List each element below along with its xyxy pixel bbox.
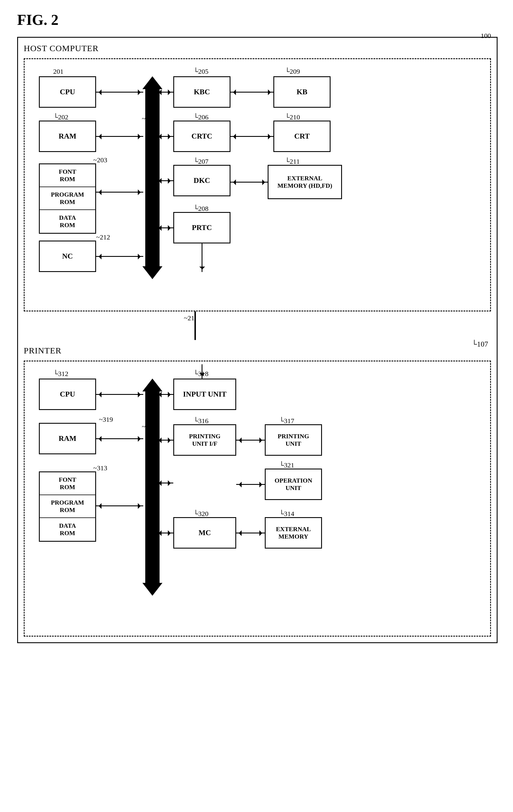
ram-bus-arrow bbox=[96, 136, 143, 137]
extmem-ref-printer: └314 bbox=[279, 510, 294, 518]
mc-block: MC bbox=[173, 517, 236, 549]
prtc-ref-host: └208 bbox=[193, 205, 209, 212]
mc-extmem-arrow bbox=[236, 532, 265, 533]
printer-diagram: └312 CPU ~319 RAM ~313 FONTROM PROGRAMRO… bbox=[30, 370, 484, 627]
cpu-block-host: CPU bbox=[39, 76, 96, 108]
nc-ref-host: ~212 bbox=[96, 233, 110, 241]
bus-printing-arrow bbox=[156, 440, 173, 441]
cpu-ref-printer: └312 bbox=[53, 370, 68, 378]
font-rom-printer: FONTROM bbox=[40, 472, 95, 495]
rom-bus-line bbox=[96, 192, 143, 193]
kbc-kb-arrow bbox=[231, 92, 273, 93]
page-wrapper: FIG. 2 100 HOST COMPUTER 201 CPU └202 RA… bbox=[17, 11, 496, 643]
dkc-ref-host: └207 bbox=[193, 158, 209, 166]
printing-if-unit-arrow bbox=[236, 440, 265, 441]
ram-ref-printer: ~319 bbox=[99, 416, 113, 424]
crt-ref-host: └210 bbox=[285, 113, 300, 121]
bus-input-arrow bbox=[156, 394, 173, 395]
ram-ref-host: └202 bbox=[53, 113, 68, 121]
host-diagram: 201 CPU └202 RAM ~203 FONTROM PROGRAMROM bbox=[30, 68, 484, 302]
bus-arrow-head-down bbox=[142, 266, 162, 279]
crtc-crt-arrow bbox=[231, 136, 273, 137]
bus-prtc-arrow bbox=[156, 227, 173, 228]
rom-stack-host: FONTROM PROGRAMROM DATAROM bbox=[39, 164, 96, 234]
cpu-ref-host: 201 bbox=[53, 68, 63, 76]
op-unit-block: OPERATION UNIT bbox=[265, 469, 322, 500]
crt-block-host: CRT bbox=[273, 121, 330, 152]
op-unit-ref: └321 bbox=[279, 461, 294, 469]
host-label: HOST COMPUTER bbox=[24, 44, 491, 53]
host-dashed-box: 201 CPU └202 RAM ~203 FONTROM PROGRAMROM bbox=[24, 58, 491, 312]
nc-block-host: NC bbox=[39, 240, 96, 272]
ram-bus-arrow-printer bbox=[96, 438, 143, 439]
host-section: HOST COMPUTER 201 CPU └202 RAM ~203 bbox=[24, 44, 491, 312]
bus-arrow-printer bbox=[142, 379, 162, 596]
crtc-ref-host: └206 bbox=[193, 113, 209, 121]
cpu-block-printer: CPU bbox=[39, 379, 96, 410]
rom-bus-line-printer bbox=[96, 505, 143, 506]
dkc-extmem-arrow bbox=[231, 182, 268, 182]
figure-title: FIG. 2 bbox=[17, 11, 496, 28]
bus-arrow-head-up bbox=[142, 76, 162, 89]
bus-crtc-arrow bbox=[156, 136, 173, 137]
bus-arrow-head-down-printer bbox=[142, 583, 162, 596]
bus-kbc-arrow bbox=[156, 92, 173, 93]
input-unit-block: INPUT UNIT bbox=[173, 379, 236, 410]
extmem-block-printer: EXTERNAL MEMORY bbox=[265, 517, 322, 549]
outer-container: 100 HOST COMPUTER 201 CPU └202 RAM bbox=[17, 37, 497, 643]
kb-ref-host: └209 bbox=[285, 68, 300, 76]
connection-ref: ~21 bbox=[184, 314, 194, 322]
mc-ref: └320 bbox=[193, 510, 209, 518]
connection-area: ~21 bbox=[24, 312, 491, 340]
connection-line bbox=[194, 312, 196, 340]
crtc-block-host: CRTC bbox=[173, 121, 231, 152]
printing-unit-ref: └317 bbox=[279, 417, 294, 425]
rom-stack-printer: FONTROM PROGRAMROM DATAROM bbox=[39, 471, 96, 542]
printer-outer-ref: └107 bbox=[24, 340, 488, 349]
data-rom-printer: DATAROM bbox=[40, 518, 95, 541]
bus-arrow-head-up-printer bbox=[142, 379, 162, 392]
printer-dashed-box: └312 CPU ~319 RAM ~313 FONTROM PROGRAMRO… bbox=[24, 360, 491, 637]
kbc-ref-host: └205 bbox=[193, 68, 209, 76]
kbc-block-host: KBC bbox=[173, 76, 231, 108]
kb-block-host: KB bbox=[273, 76, 330, 108]
cable-to-input-line bbox=[201, 364, 202, 379]
nc-bus-arrow bbox=[96, 256, 143, 257]
rom-ref-host: ~203 bbox=[93, 156, 107, 164]
extmem-ref-host: └211 bbox=[285, 158, 300, 166]
prtc-down-line bbox=[201, 243, 202, 272]
printing-unit-block: PRINTING UNIT bbox=[265, 424, 322, 456]
printing-if-ref: └316 bbox=[193, 417, 209, 425]
cpu-bus-arrow bbox=[96, 92, 143, 93]
data-rom-host: DATAROM bbox=[40, 210, 95, 233]
outer-ref: 100 bbox=[481, 32, 491, 40]
rom-ref-printer: ~313 bbox=[93, 464, 107, 472]
printing-if-block: PRINTING UNIT I/F bbox=[173, 424, 236, 456]
program-rom-host: PROGRAMROM bbox=[40, 187, 95, 210]
ram-block-printer: RAM bbox=[39, 423, 96, 454]
dkc-block-host: DKC bbox=[173, 165, 231, 196]
bus-arrow-body-printer bbox=[145, 392, 160, 583]
bus-mc-arrow bbox=[156, 532, 173, 533]
extmem-block-host: EXTERNAL MEMORY (HD,FD) bbox=[268, 165, 342, 199]
prtc-block-host: PRTC bbox=[173, 212, 231, 243]
font-rom-host: FONTROM bbox=[40, 164, 95, 187]
bus-dkc-arrow bbox=[156, 180, 173, 181]
op-unit-arrow bbox=[236, 484, 265, 485]
printer-section: └107 PRINTER └312 CPU ~319 RAM ~313 bbox=[24, 340, 491, 637]
program-rom-printer: PROGRAMROM bbox=[40, 495, 95, 518]
cpu-bus-arrow-printer bbox=[96, 394, 143, 395]
bus-op-arrow bbox=[156, 483, 173, 484]
ram-block-host: RAM bbox=[39, 121, 96, 152]
